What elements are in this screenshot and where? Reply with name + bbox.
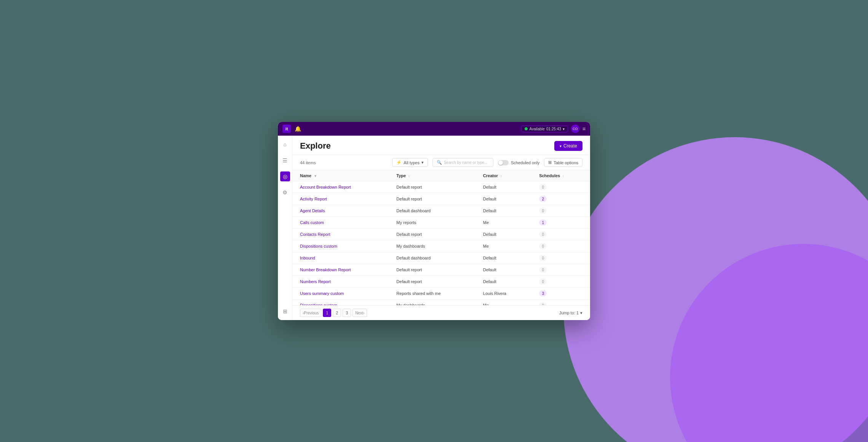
filter-button[interactable]: ⚡ All types ▾ xyxy=(392,158,428,167)
table-header: Name ▼ Type ↕ Creator ↕ xyxy=(292,170,590,181)
cell-name: Numbers Report xyxy=(292,276,389,288)
status-badge[interactable]: Available 01:25:43 ▾ xyxy=(521,126,568,132)
search-box[interactable]: 🔍 Search by name or type... xyxy=(432,158,493,167)
col-type[interactable]: Type ↕ xyxy=(389,170,475,181)
chevron-down-icon: ▾ xyxy=(563,127,565,131)
cell-creator: Louis Rivera xyxy=(475,288,531,299)
schedule-badge: 1 xyxy=(539,219,547,226)
table-options-label: Table options xyxy=(554,160,578,165)
sidebar-item-settings[interactable]: ⚙ xyxy=(280,187,290,197)
table-body: Account Breakdown ReportDefault reportDe… xyxy=(292,181,590,306)
bell-icon[interactable]: 🔔 xyxy=(295,126,301,132)
sort-icon-name: ▼ xyxy=(314,174,317,178)
report-link[interactable]: Inbound xyxy=(300,256,315,260)
cell-schedules: 0 xyxy=(531,299,590,306)
report-link[interactable]: Users summary custom xyxy=(300,291,344,296)
titlebar-left: it 🔔 xyxy=(282,125,301,133)
page-2-button[interactable]: 2 xyxy=(333,309,341,317)
cell-creator: Default xyxy=(475,252,531,264)
scheduled-switch[interactable] xyxy=(498,160,509,165)
sidebar-item-list[interactable]: ☰ xyxy=(280,155,290,165)
table-row: Numbers ReportDefault reportDefault0 xyxy=(292,276,590,288)
cell-schedules: 1 xyxy=(531,217,590,229)
report-link[interactable]: Account Breakdown Report xyxy=(300,185,351,189)
report-link[interactable]: Agent Details xyxy=(300,208,325,213)
report-link[interactable]: Calls custom xyxy=(300,220,324,225)
table-row: Account Breakdown ReportDefault reportDe… xyxy=(292,181,590,193)
cell-name: Activity Report xyxy=(292,193,389,205)
table-options-icon: ⊞ xyxy=(548,160,552,165)
menu-icon[interactable]: ≡ xyxy=(582,126,586,132)
create-button[interactable]: ▾ Create xyxy=(554,141,582,151)
status-time: 01:25:43 xyxy=(546,127,561,131)
report-link[interactable]: Contacts Report xyxy=(300,232,330,237)
page-3-button[interactable]: 3 xyxy=(343,309,351,317)
schedule-badge: 0 xyxy=(539,243,547,249)
col-schedules[interactable]: Schedules ↕ xyxy=(531,170,590,181)
cell-type: Default report xyxy=(389,276,475,288)
cell-type: Default dashboard xyxy=(389,252,475,264)
toggle-knob xyxy=(498,160,503,165)
col-creator[interactable]: Creator ↕ xyxy=(475,170,531,181)
titlebar: it 🔔 Available 01:25:43 ▾ CO ≡ xyxy=(278,122,590,136)
table-options-button[interactable]: ⊞ Table options xyxy=(544,158,582,167)
app-window: it 🔔 Available 01:25:43 ▾ CO ≡ ⌂ ☰ ◎ ⚙ ⊞ xyxy=(278,122,590,320)
table-row: Contacts ReportDefault reportDefault0 xyxy=(292,229,590,240)
pagination: ‹ Previous 1 2 3 Next › Jump to: 1 ▾ xyxy=(292,305,590,320)
cell-type: Default report xyxy=(389,264,475,276)
cell-name: Calls custom xyxy=(292,217,389,229)
jump-to: Jump to: 1 ▾ xyxy=(559,311,582,315)
app-logo: it xyxy=(282,125,291,133)
cell-name: Account Breakdown Report xyxy=(292,181,389,193)
reports-table: Name ▼ Type ↕ Creator ↕ xyxy=(292,170,590,305)
schedule-badge: 0 xyxy=(539,184,547,190)
schedule-badge: 3 xyxy=(539,290,547,296)
table-row: Calls customMy reportsMe1 xyxy=(292,217,590,229)
schedule-badge: 2 xyxy=(539,196,547,202)
table-row: Number Breakdown ReportDefault reportDef… xyxy=(292,264,590,276)
sidebar: ⌂ ☰ ◎ ⚙ ⊞ xyxy=(278,136,292,320)
jump-label: Jump to: 1 xyxy=(559,311,579,315)
cell-schedules: 0 xyxy=(531,240,590,252)
report-link[interactable]: Activity Report xyxy=(300,197,327,201)
next-button[interactable]: Next › xyxy=(353,309,367,317)
page-1-button[interactable]: 1 xyxy=(323,309,331,317)
content-header: Explore ▾ Create xyxy=(292,136,590,155)
create-button-label: Create xyxy=(563,143,577,149)
cell-creator: Default xyxy=(475,193,531,205)
schedule-badge: 0 xyxy=(539,208,547,214)
sort-icon-type: ↕ xyxy=(408,174,410,178)
schedule-badge: 0 xyxy=(539,302,547,305)
report-link[interactable]: Dispositions custom xyxy=(300,244,337,248)
cell-type: Default report xyxy=(389,229,475,240)
toolbar: 44 items ⚡ All types ▾ 🔍 Search by name … xyxy=(292,155,590,170)
cell-name: Inbound xyxy=(292,252,389,264)
report-link[interactable]: Number Breakdown Report xyxy=(300,267,351,272)
cell-creator: Me xyxy=(475,217,531,229)
cell-schedules: 0 xyxy=(531,229,590,240)
cell-type: Reports shared with me xyxy=(389,288,475,299)
cell-type: Default report xyxy=(389,181,475,193)
cell-type: Default dashboard xyxy=(389,205,475,217)
col-name[interactable]: Name ▼ xyxy=(292,170,389,181)
cell-schedules: 0 xyxy=(531,252,590,264)
sidebar-item-grid[interactable]: ⊞ xyxy=(280,306,290,316)
avatar[interactable]: CO xyxy=(571,125,579,133)
cell-schedules: 3 xyxy=(531,288,590,299)
sidebar-item-home[interactable]: ⌂ xyxy=(280,139,290,149)
cell-name: Contacts Report xyxy=(292,229,389,240)
cell-name: Number Breakdown Report xyxy=(292,264,389,276)
scheduled-label: Scheduled only xyxy=(511,160,539,165)
next-label: Next xyxy=(355,311,363,315)
cell-creator: Default xyxy=(475,276,531,288)
report-link[interactable]: Numbers Report xyxy=(300,279,331,284)
sidebar-item-analytics[interactable]: ◎ xyxy=(280,171,290,181)
pagination-controls: ‹ Previous 1 2 3 Next › xyxy=(300,309,367,317)
previous-button[interactable]: ‹ Previous xyxy=(300,309,321,317)
titlebar-right: Available 01:25:43 ▾ CO ≡ xyxy=(521,125,586,133)
cell-name: Users summary custom xyxy=(292,288,389,299)
filter-icon: ⚡ xyxy=(396,160,402,165)
scheduled-toggle: Scheduled only xyxy=(498,160,539,165)
status-label: Available xyxy=(529,127,544,131)
cell-creator: Me xyxy=(475,240,531,252)
